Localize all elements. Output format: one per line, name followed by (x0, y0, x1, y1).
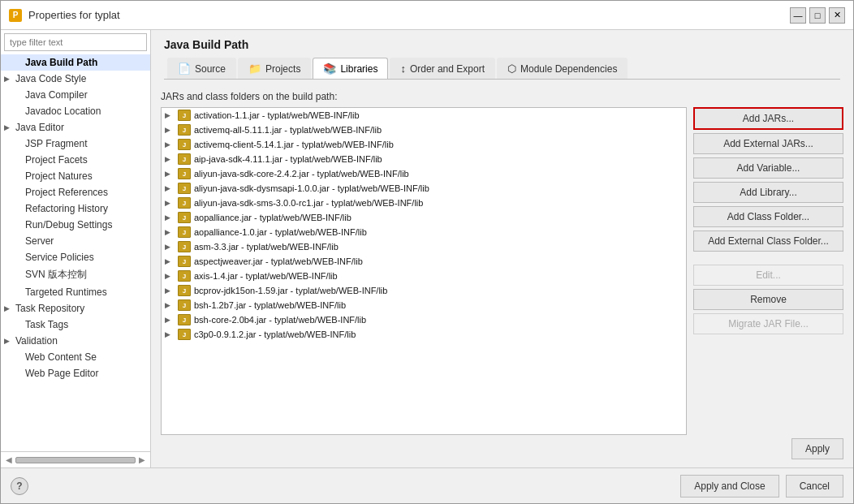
jar-file-icon: J (178, 183, 191, 194)
sidebar-item-run-debug-settings[interactable]: Run/Debug Settings (1, 217, 150, 233)
sidebar-item-label: Targeted Runtimes (25, 286, 107, 298)
scroll-right-icon[interactable]: ▶ (139, 455, 145, 464)
tab-order-export[interactable]: ↕Order and Export (390, 58, 495, 79)
sidebar-item-label: Java Compiler (25, 89, 88, 101)
tab-source[interactable]: 📄Source (167, 58, 236, 79)
jar-text: aopalliance-1.0.jar - typlat/web/WEB-INF… (194, 227, 367, 237)
migrate-jar-button[interactable]: Migrate JAR File... (693, 313, 843, 334)
jar-file-icon: J (178, 124, 191, 136)
jar-item[interactable]: ▶Jactivemq-all-5.11.1.jar - typlat/web/W… (162, 123, 686, 137)
help-button[interactable]: ? (11, 477, 28, 495)
tab-module-dependencies[interactable]: ⬡Module Dependencies (497, 58, 628, 79)
sidebar-item-label: Web Page Editor (25, 368, 99, 379)
apply-and-close-button[interactable]: Apply and Close (680, 475, 779, 498)
jar-item[interactable]: ▶Jbsh-1.2b7.jar - typlat/web/WEB-INF/lib (162, 298, 686, 312)
jar-item[interactable]: ▶Jaopalliance.jar - typlat/web/WEB-INF/l… (162, 210, 686, 225)
sidebar-item-refactoring-history[interactable]: Refactoring History (1, 200, 150, 217)
jar-item[interactable]: ▶Jbsh-core-2.0b4.jar - typlat/web/WEB-IN… (162, 312, 686, 327)
sidebar-item-label: Server (25, 235, 54, 247)
maximize-button[interactable]: □ (809, 7, 826, 24)
jar-file-icon: J (178, 139, 191, 150)
sidebar-item-label: Run/Debug Settings (25, 219, 112, 230)
sidebar-item-java-code-style[interactable]: ▶Java Code Style (1, 71, 150, 87)
minimize-button[interactable]: — (790, 7, 806, 24)
tabs-bar: 📄Source📁Projects📚Libraries↕Order and Exp… (164, 58, 840, 80)
jar-item[interactable]: ▶Jaopalliance-1.0.jar - typlat/web/WEB-I… (162, 225, 686, 239)
sidebar-item-label: JSP Fragment (25, 138, 87, 149)
jar-item[interactable]: ▶Jaspectjweaver.jar - typlat/web/WEB-INF… (162, 254, 686, 269)
bottom-bar: ? Apply and Close Cancel (1, 467, 853, 503)
sidebar-item-java-build-path[interactable]: Java Build Path (1, 54, 150, 71)
tab-label: Order and Export (410, 63, 485, 75)
libraries-tab-icon: 📚 (323, 62, 336, 75)
add-variable-button[interactable]: Add Variable... (693, 157, 843, 179)
sidebar-item-project-references[interactable]: Project References (1, 184, 150, 200)
jar-item[interactable]: ▶Jaliyun-java-sdk-dysmsapi-1.0.0.jar - t… (162, 181, 686, 196)
sidebar-item-label: SVN 版本控制 (25, 268, 87, 282)
jar-file-icon: J (178, 314, 191, 325)
remove-button[interactable]: Remove (693, 289, 843, 310)
jar-file-icon: J (178, 256, 191, 267)
tab-projects[interactable]: 📁Projects (238, 58, 311, 79)
sidebar-item-targeted-runtimes[interactable]: Targeted Runtimes (1, 284, 150, 300)
jar-item[interactable]: ▶Jaxis-1.4.jar - typlat/web/WEB-INF/lib (162, 269, 686, 283)
jar-file-icon: J (178, 285, 191, 296)
jar-file-icon: J (178, 212, 191, 223)
close-button[interactable]: ✕ (829, 7, 845, 24)
add-external-jars-button[interactable]: Add External JARs... (693, 133, 843, 154)
right-panel: Java Build Path 📄Source📁Projects📚Librari… (151, 30, 853, 467)
jars-list-container: ▶Jactivation-1.1.jar - typlat/web/WEB-IN… (161, 107, 687, 435)
sidebar-item-label: Javadoc Location (25, 106, 101, 117)
sidebar-item-server[interactable]: Server (1, 233, 150, 249)
jar-item[interactable]: ▶Jbcprov-jdk15on-1.59.jar - typlat/web/W… (162, 283, 686, 298)
jar-text: aliyun-java-sdk-dysmsapi-1.0.0.jar - typ… (194, 183, 429, 193)
jars-list[interactable]: ▶Jactivation-1.1.jar - typlat/web/WEB-IN… (162, 108, 686, 434)
tab-label: Module Dependencies (520, 63, 617, 75)
tab-libraries[interactable]: 📚Libraries (313, 58, 388, 79)
tab-label: Libraries (340, 63, 377, 75)
sidebar-item-project-natures[interactable]: Project Natures (1, 168, 150, 184)
jar-item[interactable]: ▶Jactivation-1.1.jar - typlat/web/WEB-IN… (162, 108, 686, 123)
sidebar-item-java-editor[interactable]: ▶Java Editor (1, 119, 150, 136)
add-external-class-folder-button[interactable]: Add External Class Folder... (693, 230, 843, 252)
sidebar-item-web-content-se[interactable]: Web Content Se (1, 349, 150, 365)
order-export-tab-icon: ↕ (400, 62, 406, 75)
add-jars-button[interactable]: Add JARs... (693, 107, 843, 130)
sidebar-item-project-facets[interactable]: Project Facets (1, 152, 150, 168)
jar-item[interactable]: ▶Jc3p0-0.9.1.2.jar - typlat/web/WEB-INF/… (162, 327, 686, 342)
jar-file-icon: J (178, 329, 191, 340)
apply-button[interactable]: Apply (791, 438, 843, 459)
source-tab-icon: 📄 (178, 62, 191, 75)
jar-text: activemq-all-5.11.1.jar - typlat/web/WEB… (194, 125, 382, 135)
jar-item[interactable]: ▶Jactivemq-client-5.14.1.jar - typlat/we… (162, 137, 686, 152)
panel-body: JARs and class folders on the build path… (151, 84, 853, 467)
sidebar-item-validation[interactable]: ▶Validation (1, 333, 150, 349)
add-class-folder-button[interactable]: Add Class Folder... (693, 206, 843, 227)
jar-item[interactable]: ▶Jaip-java-sdk-4.11.1.jar - typlat/web/W… (162, 152, 686, 166)
edit-button[interactable]: Edit... (693, 265, 843, 286)
jar-file-icon: J (178, 168, 191, 179)
jar-expand-icon: ▶ (165, 243, 175, 251)
sidebar-item-jsp-fragment[interactable]: JSP Fragment (1, 136, 150, 152)
jar-item[interactable]: ▶Jaliyun-java-sdk-core-2.4.2.jar - typla… (162, 166, 686, 181)
horizontal-scrollbar[interactable] (15, 457, 136, 463)
jar-item[interactable]: ▶Jaliyun-java-sdk-sms-3.0.0-rc1.jar - ty… (162, 196, 686, 210)
jar-expand-icon: ▶ (165, 301, 175, 309)
add-library-button[interactable]: Add Library... (693, 182, 843, 203)
sidebar-item-svn[interactable]: SVN 版本控制 (1, 265, 150, 284)
sidebar-item-task-tags[interactable]: Task Tags (1, 317, 150, 333)
sidebar-item-service-policies[interactable]: Service Policies (1, 249, 150, 265)
sidebar-item-task-repository[interactable]: ▶Task Repository (1, 300, 150, 317)
filter-input[interactable] (4, 33, 147, 51)
jar-item[interactable]: ▶Jasm-3.3.jar - typlat/web/WEB-INF/lib (162, 239, 686, 254)
jar-file-icon: J (178, 153, 191, 165)
sidebar-item-web-page-editor[interactable]: Web Page Editor (1, 365, 150, 381)
sidebar-item-java-compiler[interactable]: Java Compiler (1, 87, 150, 103)
cancel-button[interactable]: Cancel (786, 475, 843, 498)
sidebar-item-label: Project Facets (25, 154, 88, 166)
title-bar: P Properties for typlat — □ ✕ (1, 1, 853, 30)
scroll-left-icon[interactable]: ◀ (6, 455, 12, 464)
sidebar-item-javadoc-location[interactable]: Javadoc Location (1, 103, 150, 119)
title-bar-left: P Properties for typlat (9, 9, 120, 22)
button-spacer (693, 255, 843, 261)
